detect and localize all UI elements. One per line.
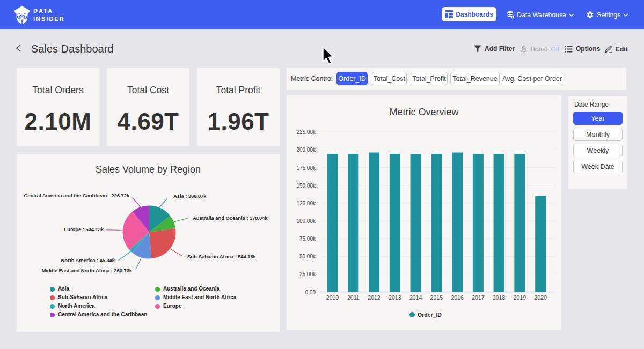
svg-text:2018: 2018 — [493, 294, 506, 301]
svg-text:175.00k: 175.00k — [296, 165, 316, 171]
svg-text:2020: 2020 — [535, 294, 547, 301]
svg-text:50.00k: 50.00k — [299, 254, 316, 259]
svg-text:2011: 2011 — [347, 294, 360, 301]
svg-text:2016: 2016 — [451, 294, 464, 301]
svg-text:2014: 2014 — [409, 294, 422, 301]
svg-text:2010: 2010 — [326, 294, 339, 301]
svg-text:2013: 2013 — [389, 294, 401, 301]
svg-text:200.00k: 200.00k — [296, 147, 316, 153]
svg-text:225.00k: 225.00k — [296, 129, 316, 135]
svg-text:75.00k: 75.00k — [299, 236, 316, 242]
svg-text:2017: 2017 — [472, 294, 485, 301]
svg-text:2015: 2015 — [430, 294, 443, 301]
svg-text:100.00k: 100.00k — [296, 218, 316, 224]
svg-text:150.00k: 150.00k — [296, 183, 316, 189]
svg-text:Order_ID: Order_ID — [418, 311, 442, 318]
svg-text:0.00: 0.00 — [305, 289, 316, 295]
svg-text:2019: 2019 — [514, 294, 526, 301]
svg-text:25.00k: 25.00k — [299, 271, 316, 277]
svg-text:2012: 2012 — [368, 294, 380, 301]
svg-text:125.00k: 125.00k — [296, 201, 316, 206]
